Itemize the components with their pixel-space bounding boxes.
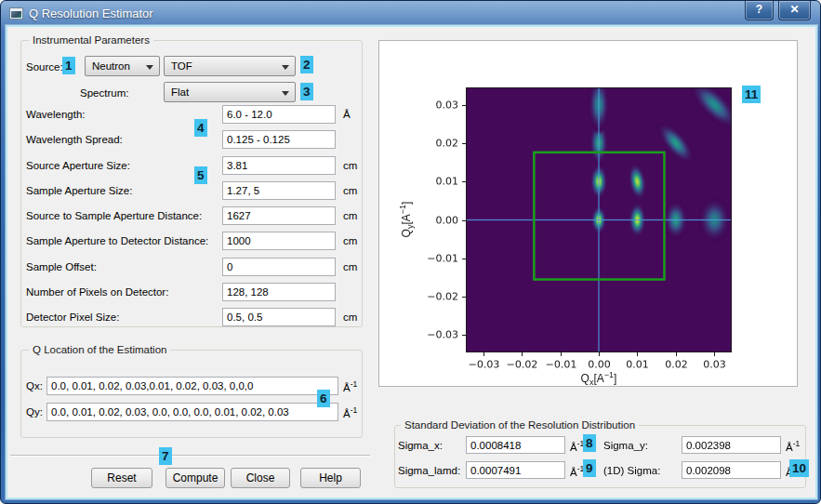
qx-input[interactable] (46, 377, 338, 395)
sample-aperture-size-unit: cm (343, 185, 357, 196)
source-to-sample-distance-label: Source to Sample Aperture Distance: (26, 210, 202, 221)
app-icon (9, 7, 23, 20)
annotation-badge-7: 7 (159, 447, 172, 465)
sample-to-detector-distance-unit: cm (343, 235, 357, 246)
sigma-y-label: Sigma_y: (603, 440, 648, 451)
wavelength-unit: Å (343, 109, 351, 120)
qy-input[interactable] (46, 403, 338, 421)
window-title: Q Resolution Estimator (29, 7, 153, 20)
source-combo[interactable]: Neutron (85, 56, 160, 76)
spectrum-combo[interactable]: Flat (164, 82, 296, 102)
help-titlebar-button[interactable]: ? (745, 1, 774, 20)
spectrum-label: Spectrum: (80, 87, 128, 99)
annotation-badge-2: 2 (300, 56, 313, 73)
sample-aperture-size-label: Sample Aperture Size: (26, 185, 132, 196)
dialog-window: Q Resolution Estimator ? ✕ Instrumental … (0, 0, 821, 504)
sigma-x-input[interactable] (466, 436, 565, 454)
close-button[interactable]: Close (231, 468, 290, 488)
group-title: Instrumental Parameters (29, 34, 153, 46)
detector-pixels-input[interactable] (222, 283, 336, 301)
spectrum-combo-value: Flat (171, 86, 189, 98)
annotation-badge-9: 9 (583, 459, 596, 477)
qy-unit: Å-1 (343, 405, 357, 419)
chevron-down-icon (282, 65, 289, 70)
group-title: Standard Deviation of the Resolution Dis… (401, 419, 639, 431)
sigma-1d-label: (1D) Sigma: (603, 465, 660, 476)
sigma-x-unit: Å-1 (570, 439, 584, 453)
source-aperture-size-label: Source Aperture Size: (26, 160, 130, 171)
sample-to-detector-distance-input[interactable] (222, 232, 336, 250)
wavelength-spread-label: Wavelength Spread: (26, 134, 123, 145)
source-aperture-size-input[interactable] (222, 156, 336, 175)
sigma-y-input[interactable] (682, 436, 781, 454)
detector-pixels-label: Number of Pixels on Detector: (26, 286, 168, 298)
sigma-x-label: Sigma_x: (398, 440, 443, 451)
resolution-plot-panel: Qx[A−1] Qy[A−1] (378, 40, 798, 387)
annotation-badge-10: 10 (789, 459, 809, 477)
sigma-lamd-unit: Å-1 (570, 464, 584, 478)
sigma-lamd-input[interactable] (466, 461, 565, 479)
wavelength-input[interactable] (222, 105, 336, 124)
wavelength-label: Wavelength: (26, 109, 86, 120)
wavelength-spread-input[interactable] (222, 130, 336, 149)
title-bar[interactable]: Q Resolution Estimator ? ✕ (1, 1, 820, 27)
qx-unit: Å-1 (343, 379, 357, 393)
sample-to-detector-distance-label: Sample Aperture to Detector Distance: (26, 235, 208, 246)
source-type-combo-value: TOF (171, 60, 192, 72)
compute-button[interactable]: Compute (166, 468, 225, 488)
resolution-heatmap-canvas (379, 41, 797, 386)
chevron-down-icon (282, 91, 289, 96)
separator (10, 455, 370, 457)
sample-aperture-size-input[interactable] (222, 181, 336, 200)
source-to-sample-distance-input[interactable] (222, 206, 336, 225)
source-type-combo[interactable]: TOF (164, 56, 296, 76)
qy-label: Qy: (26, 406, 43, 418)
x-axis-label: Qx[A−1] (552, 370, 645, 387)
close-titlebar-button[interactable]: ✕ (778, 1, 811, 20)
source-aperture-size-unit: cm (343, 160, 357, 171)
y-axis-label: Qy[A−1] (398, 192, 411, 247)
annotation-badge-1: 1 (62, 57, 75, 74)
annotation-badge-4: 4 (194, 119, 207, 137)
group-title: Q Location of the Estimation (29, 344, 170, 355)
chevron-down-icon (146, 65, 153, 70)
annotation-badge-8: 8 (583, 434, 596, 452)
annotation-badge-11: 11 (742, 86, 761, 103)
sigma-1d-input[interactable] (682, 461, 781, 479)
detector-pixel-size-input[interactable] (222, 308, 336, 326)
sigma-lamd-label: Sigma_lamd: (398, 465, 460, 476)
annotation-badge-3: 3 (300, 83, 313, 100)
help-button[interactable]: Help (300, 468, 361, 488)
sample-offset-input[interactable] (222, 258, 336, 276)
sigma-y-unit: Å-1 (786, 439, 800, 453)
source-combo-value: Neutron (92, 60, 130, 72)
annotation-badge-5: 5 (194, 166, 207, 184)
qx-label: Qx: (26, 380, 43, 391)
reset-button[interactable]: Reset (91, 468, 152, 488)
annotation-badge-6: 6 (317, 390, 330, 407)
sample-offset-unit: cm (343, 261, 357, 272)
source-to-sample-distance-unit: cm (343, 210, 357, 221)
source-label: Source: (26, 61, 63, 73)
sample-offset-label: Sample Offset: (26, 261, 97, 272)
detector-pixel-size-unit: cm (343, 312, 357, 323)
detector-pixel-size-label: Detector Pixel Size: (26, 312, 119, 323)
